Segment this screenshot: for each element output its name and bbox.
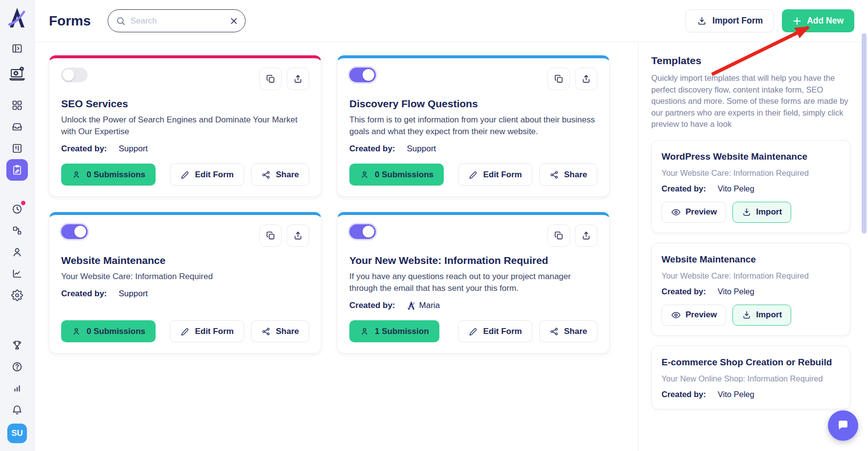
edit-form-label: Edit Form	[195, 170, 233, 180]
download-icon	[742, 207, 752, 217]
share-label: Share	[564, 327, 587, 336]
share-button[interactable]: Share	[251, 320, 309, 342]
sidebar-item-notifications[interactable]	[6, 399, 28, 421]
export-form-button[interactable]	[575, 224, 597, 247]
form-description: Unlock the Power of Search Engines and D…	[61, 114, 309, 138]
submissions-button[interactable]: 0 Submissions	[61, 320, 156, 342]
upload-icon	[293, 73, 303, 84]
sidebar-item-forms[interactable]	[6, 159, 28, 181]
share-button[interactable]: Share	[539, 164, 597, 186]
export-form-button[interactable]	[287, 68, 309, 90]
sidebar-item-inbox[interactable]	[6, 116, 28, 138]
duplicate-form-button[interactable]	[548, 224, 570, 247]
topbar-actions: Import Form Add New	[685, 9, 854, 32]
clock-icon	[11, 203, 23, 215]
share-button[interactable]: Share	[251, 164, 309, 186]
template-card: Website Maintenance Your Website Care: I…	[651, 243, 850, 336]
form-enabled-toggle[interactable]	[61, 224, 88, 239]
sidebar-item-help[interactable]	[6, 356, 28, 378]
user-avatar[interactable]: SU	[7, 424, 27, 443]
duplicate-form-button[interactable]	[259, 68, 282, 90]
edit-form-button[interactable]: Edit Form	[170, 164, 244, 186]
preview-button[interactable]: Preview	[662, 202, 726, 223]
duplicate-form-button[interactable]	[259, 224, 282, 247]
kanban-board-icon	[11, 142, 23, 154]
page-title: Forms	[49, 13, 91, 29]
sidebar-item-collapse-panel[interactable]	[6, 38, 28, 59]
chat-bubble-icon	[836, 418, 850, 433]
sidebar-item-achievements[interactable]	[6, 334, 28, 356]
template-title: WordPress Website Maintenance	[662, 151, 840, 162]
created-by-label: Created by:	[662, 287, 706, 296]
duplicate-form-button[interactable]	[548, 68, 570, 90]
import-template-button[interactable]: Import	[732, 202, 791, 223]
collapse-panel-icon	[11, 43, 23, 54]
search-box[interactable]	[108, 9, 246, 32]
search-input[interactable]	[131, 16, 226, 26]
submissions-label: 1 Submission	[375, 327, 429, 336]
export-form-button[interactable]	[287, 224, 309, 247]
nodes-icon	[11, 225, 23, 237]
sidebar-item-usage[interactable]	[6, 378, 28, 399]
import-label: Import	[756, 310, 782, 320]
sidebar-item-boards[interactable]	[6, 138, 28, 159]
template-creator: Vito Peleg	[718, 287, 754, 296]
created-by-label: Created by:	[662, 390, 706, 399]
edit-form-button[interactable]: Edit Form	[458, 320, 532, 342]
edit-form-button[interactable]: Edit Form	[170, 320, 244, 342]
forms-clipboard-icon	[11, 164, 23, 176]
import-form-label: Import Form	[712, 16, 763, 26]
export-form-button[interactable]	[575, 68, 597, 90]
add-new-button[interactable]: Add New	[782, 9, 854, 32]
submissions-label: 0 Submissions	[87, 327, 145, 336]
bar-stats-icon	[11, 382, 23, 394]
form-creator-name: Maria	[419, 301, 440, 310]
sidebar-item-reports[interactable]	[6, 263, 28, 285]
copy-icon	[265, 230, 276, 241]
upload-icon	[581, 230, 592, 241]
form-title: SEO Services	[61, 98, 309, 110]
templates-panel: Templates Quickly import templates that …	[638, 42, 862, 451]
edit-form-button[interactable]: Edit Form	[458, 164, 532, 186]
form-description: If you have any questions reach out to y…	[349, 271, 597, 294]
add-new-label: Add New	[807, 16, 844, 26]
app-logo[interactable]	[8, 6, 26, 30]
submissions-button[interactable]: 0 Submissions	[349, 164, 444, 186]
clear-search-icon[interactable]	[230, 17, 238, 25]
chat-widget-button[interactable]	[828, 410, 858, 441]
sidebar-item-setup[interactable]	[6, 62, 28, 86]
import-template-button[interactable]: Import	[732, 305, 791, 326]
edit-form-label: Edit Form	[483, 170, 522, 180]
sidebar-item-time-tracking[interactable]	[6, 198, 28, 220]
template-creator: Vito Peleg	[718, 184, 754, 193]
plus-icon	[793, 17, 801, 25]
submissions-label: 0 Submissions	[87, 170, 145, 180]
submissions-button[interactable]: 0 Submissions	[61, 164, 156, 186]
creator-logo-icon	[407, 301, 415, 310]
sidebar-item-automations[interactable]	[6, 220, 28, 241]
eye-icon	[671, 207, 681, 217]
sidebar-item-dashboard[interactable]	[6, 95, 28, 116]
form-enabled-toggle[interactable]	[349, 68, 376, 82]
import-label: Import	[756, 207, 782, 217]
person-icon	[11, 246, 23, 258]
share-button[interactable]: Share	[539, 320, 597, 342]
trophy-icon	[11, 339, 23, 351]
form-enabled-toggle[interactable]	[349, 224, 376, 239]
inbox-icon	[11, 121, 23, 133]
copy-icon	[553, 230, 564, 241]
templates-scrollbar[interactable]	[862, 33, 867, 234]
sidebar-item-settings[interactable]	[6, 285, 28, 306]
topbar: Forms Import Form	[35, 0, 868, 42]
help-circle-icon	[11, 361, 23, 373]
pencil-icon	[468, 327, 478, 336]
sidebar-item-clients[interactable]	[6, 241, 28, 263]
form-enabled-toggle[interactable]	[61, 68, 88, 82]
upload-icon	[293, 230, 303, 241]
edit-form-label: Edit Form	[195, 327, 233, 336]
preview-button[interactable]: Preview	[662, 305, 726, 326]
form-card: Your New Website: Information Required I…	[337, 212, 610, 354]
import-form-button[interactable]: Import Form	[685, 9, 774, 32]
submissions-button[interactable]: 1 Submission	[349, 320, 439, 342]
app-root: SU Forms Import Form	[0, 0, 868, 451]
